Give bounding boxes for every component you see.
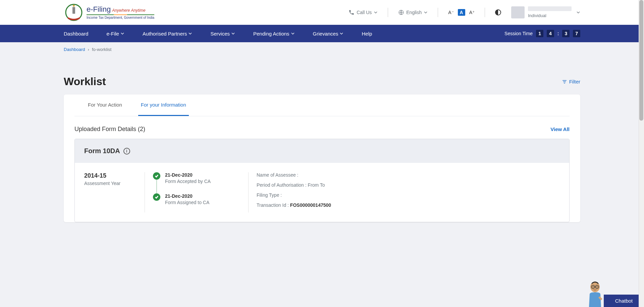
timeline-item: 21-Dec-2020 Form Assigned to CA	[153, 193, 240, 205]
form-name: Form 10DA	[84, 147, 120, 155]
chevron-down-icon	[339, 32, 343, 36]
font-normal-button[interactable]: A	[458, 9, 465, 16]
nav-authorised-partners[interactable]: Authorised Partners	[143, 31, 193, 37]
form-card-header: Form 10DA i	[75, 139, 569, 163]
svg-point-2	[73, 5, 75, 7]
assessment-year-label: Assessment Year	[84, 181, 137, 186]
timeline-date: 21-Dec-2020	[165, 172, 211, 178]
language-dropdown[interactable]: English	[398, 9, 428, 15]
detail-assessee: Name of Assessee :	[257, 172, 552, 178]
phone-icon	[348, 9, 355, 15]
chatbot-label: Chatbot	[604, 295, 644, 307]
call-us-dropdown[interactable]: Call Us	[348, 9, 378, 15]
logo[interactable]: e-Filing Anywhere Anytime Income Tax Dep…	[64, 2, 154, 22]
nav-grievances[interactable]: Grievances	[313, 31, 344, 37]
filter-icon	[562, 79, 567, 84]
session-label: Session Time	[504, 31, 533, 36]
info-icon[interactable]: i	[123, 148, 130, 155]
timeline-status: Form Accepted by CA	[165, 179, 211, 184]
chevron-down-icon	[374, 10, 378, 14]
logo-tagline: Anywhere Anytime	[112, 8, 146, 13]
breadcrumb-separator: ›	[88, 47, 89, 52]
check-icon	[153, 193, 160, 201]
chevron-down-icon	[188, 32, 192, 36]
chevron-down-icon	[291, 32, 295, 36]
tab-for-your-action[interactable]: For Your Action	[85, 95, 125, 116]
worklist-card: For Your Action For your Information Upl…	[64, 95, 580, 222]
chevron-down-icon	[576, 10, 580, 14]
chatbot-widget[interactable]: Chatbot	[585, 280, 644, 307]
font-increase-button[interactable]: A⁺	[469, 10, 475, 15]
scrollbar-thumb[interactable]	[639, 0, 643, 121]
logo-title: e-Filing	[87, 5, 111, 14]
nav-pending-actions[interactable]: Pending Actions	[253, 31, 295, 37]
view-all-link[interactable]: View All	[550, 126, 570, 132]
detail-period: Period of Authorisation : From To	[257, 182, 552, 188]
emblem-icon	[64, 2, 84, 22]
top-header: e-Filing Anywhere Anytime Income Tax Dep…	[0, 0, 644, 25]
chevron-down-icon	[231, 32, 235, 36]
font-decrease-button[interactable]: A⁻	[448, 10, 453, 15]
detail-filing-type: Filing Type :	[257, 192, 552, 198]
nav-dashboard[interactable]: Dashboard	[64, 31, 88, 37]
nav-services[interactable]: Services	[210, 31, 235, 37]
nav-help[interactable]: Help	[362, 31, 372, 37]
user-type-label: Individual	[528, 13, 572, 19]
filter-button[interactable]: Filter	[562, 79, 580, 84]
session-timer: Session Time 1 4 : 3 7	[504, 30, 580, 37]
form-card: Form 10DA i 2014-15 Assessment Year 21-D…	[74, 139, 570, 222]
breadcrumb: Dashboard › fo-worklist	[0, 42, 644, 57]
user-name-redacted	[528, 6, 572, 11]
breadcrumb-current: fo-worklist	[92, 47, 112, 52]
svg-point-8	[593, 287, 594, 288]
logo-subtitle: Income Tax Department, Government of Ind…	[87, 16, 154, 20]
svg-rect-1	[72, 7, 75, 14]
nav-efile[interactable]: e-File	[106, 31, 124, 37]
user-menu[interactable]: Individual	[511, 6, 580, 19]
chevron-down-icon	[120, 32, 124, 36]
tabs: For Your Action For your Information	[74, 95, 570, 116]
timeline-status: Form Assigned to CA	[165, 200, 209, 205]
assessment-year-value: 2014-15	[84, 172, 137, 179]
breadcrumb-dashboard[interactable]: Dashboard	[64, 47, 85, 52]
language-label: English	[406, 10, 422, 15]
check-icon	[153, 172, 160, 180]
main-nav: Dashboard e-File Authorised Partners Ser…	[0, 25, 644, 42]
contrast-toggle[interactable]	[495, 9, 501, 15]
uploaded-forms-title: Uploaded Form Details (2)	[74, 126, 145, 133]
svg-point-9	[597, 287, 598, 288]
chatbot-avatar-icon	[585, 280, 605, 307]
detail-transaction-id: Transaction Id : FOS000000147500	[257, 202, 552, 208]
globe-icon	[398, 9, 404, 15]
page-title: Worklist	[64, 75, 106, 88]
scrollbar[interactable]	[639, 0, 644, 307]
chevron-down-icon	[424, 10, 428, 14]
avatar	[511, 6, 525, 18]
call-us-label: Call Us	[357, 10, 372, 15]
timeline-date: 21-Dec-2020	[165, 193, 209, 199]
tab-for-your-information[interactable]: For your Information	[138, 95, 189, 116]
timeline-item: 21-Dec-2020 Form Accepted by CA	[153, 172, 240, 184]
